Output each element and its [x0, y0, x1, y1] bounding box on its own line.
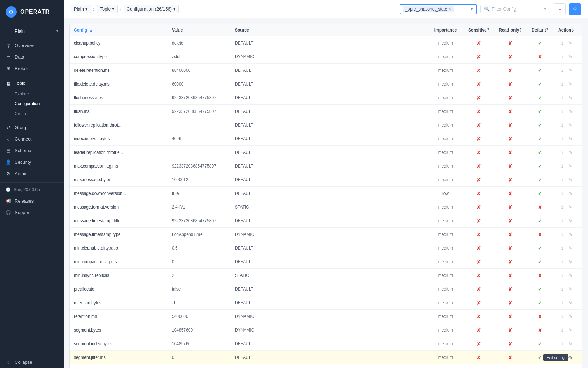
- cell-config: flush.messages: [70, 91, 168, 105]
- col-sensitive: Sensitive?: [463, 24, 495, 36]
- info-btn[interactable]: ℹ: [558, 94, 566, 102]
- edit-btn[interactable]: ✎: [567, 135, 574, 143]
- info-btn[interactable]: ℹ: [558, 340, 566, 348]
- edit-btn[interactable]: ✎: [567, 258, 574, 266]
- filter-tag-remove[interactable]: ✕: [448, 7, 451, 11]
- edit-btn[interactable]: ✎: [567, 231, 574, 238]
- info-btn[interactable]: ℹ: [558, 162, 566, 170]
- info-btn[interactable]: ℹ: [558, 244, 566, 252]
- sidebar-item-connect[interactable]: ⬦ Connect: [0, 133, 64, 145]
- check-yes-icon: ✔: [538, 191, 542, 196]
- info-btn[interactable]: ℹ: [558, 176, 566, 184]
- sidebar-item-security[interactable]: 👤 Security: [0, 156, 64, 168]
- info-btn[interactable]: ℹ: [558, 67, 566, 74]
- info-btn[interactable]: ℹ: [558, 135, 566, 143]
- table-row: segment.bytes 104857600 DYNAMIC medium ✘…: [70, 323, 582, 337]
- table-row: segment.index.bytes 10485760 DEFAULT med…: [70, 337, 582, 351]
- sidebar-item-support[interactable]: 🎧 Support: [0, 207, 64, 218]
- cell-value: 9223372036854775807: [168, 159, 231, 173]
- filter-tag-dropdown[interactable]: ▾: [471, 6, 473, 12]
- sidebar-item-plain[interactable]: ≡ Plain ▾: [0, 25, 64, 37]
- check-no-icon: ✘: [477, 177, 481, 183]
- info-btn[interactable]: ℹ: [558, 258, 566, 266]
- edit-btn[interactable]: ✎: [567, 176, 574, 184]
- edit-btn[interactable]: ✎: [567, 244, 574, 252]
- edit-btn[interactable]: ✎: [567, 285, 574, 293]
- info-btn[interactable]: ℹ: [558, 39, 566, 47]
- edit-btn[interactable]: ✎: [567, 80, 574, 88]
- sidebar-item-topic[interactable]: ▦ Topic: [0, 77, 64, 89]
- info-btn[interactable]: ℹ: [558, 272, 566, 279]
- edit-btn[interactable]: ✎: [567, 203, 574, 211]
- edit-btn[interactable]: ✎: [567, 190, 574, 197]
- info-btn[interactable]: ℹ: [558, 285, 566, 293]
- info-btn[interactable]: ℹ: [558, 203, 566, 211]
- info-btn[interactable]: ℹ: [558, 80, 566, 88]
- filter-config-dropdown[interactable]: ▾: [544, 6, 546, 12]
- cell-importance: medium: [428, 310, 463, 323]
- time-display: Sun, 20:03:05: [14, 187, 40, 192]
- cell-actions: ℹ ✎: [554, 255, 582, 269]
- cell-sensitive: ✘: [463, 36, 495, 50]
- check-yes-icon: ✔: [538, 150, 542, 155]
- info-btn[interactable]: ℹ: [558, 299, 566, 307]
- topbar-settings-btn[interactable]: ⚙: [569, 3, 581, 15]
- info-btn[interactable]: ℹ: [558, 53, 566, 61]
- check-yes-icon: ✔: [538, 218, 542, 224]
- info-btn[interactable]: ℹ: [558, 149, 566, 156]
- edit-btn[interactable]: ✎: [567, 340, 574, 348]
- sidebar-sub-explore[interactable]: Explore: [0, 89, 64, 99]
- breadcrumb-topic[interactable]: Topic ▾: [97, 5, 118, 13]
- edit-btn[interactable]: ✎: [567, 272, 574, 279]
- info-btn[interactable]: ℹ: [558, 217, 566, 225]
- cell-importance: medium: [428, 269, 463, 282]
- sidebar-item-data[interactable]: ▭ Data: [0, 51, 64, 63]
- edit-btn[interactable]: ✎: [567, 299, 574, 307]
- edit-btn[interactable]: ✎: [567, 313, 574, 320]
- sidebar-sub-create[interactable]: Create: [0, 109, 64, 118]
- sidebar-item-admin[interactable]: ⚙ Admin: [0, 168, 64, 179]
- edit-btn[interactable]: ✎: [567, 162, 574, 170]
- table-row: min.cleanable.dirty.ratio 0.5 DEFAULT me…: [70, 241, 582, 255]
- info-btn[interactable]: ℹ: [558, 326, 566, 334]
- edit-btn[interactable]: ✎: [567, 53, 574, 61]
- sidebar-collapse-btn[interactable]: ◁ Collapse: [0, 356, 64, 368]
- breadcrumb-config[interactable]: Configuration (26/156) ▾: [124, 5, 179, 13]
- edit-btn[interactable]: ✎: [567, 149, 574, 156]
- filter-config-box[interactable]: 🔍 Filter Config ▾: [480, 5, 550, 13]
- topbar-menu-btn[interactable]: ≡: [554, 3, 566, 15]
- sidebar-item-group[interactable]: ⇄ Group: [0, 122, 64, 133]
- app-logo[interactable]: ⚙ OPERATR: [0, 0, 64, 24]
- edit-btn[interactable]: ✎: [567, 39, 574, 47]
- cell-source: DEFAULT: [231, 255, 428, 269]
- check-no-icon: ✘: [477, 300, 481, 306]
- sidebar-item-broker[interactable]: ⊞ Broker: [0, 63, 64, 74]
- info-btn[interactable]: ℹ: [558, 108, 566, 115]
- actions-cell: ℹ ✎: [558, 53, 578, 61]
- cell-importance: medium: [428, 282, 463, 296]
- info-btn[interactable]: ℹ: [558, 231, 566, 238]
- cell-source: DYNAMIC: [231, 228, 428, 241]
- info-btn[interactable]: ℹ: [558, 190, 566, 197]
- sidebar-main-nav: ◎ Overview ▭ Data ⊞ Broker ▦ Topic Explo…: [0, 38, 64, 181]
- edit-btn[interactable]: ✎: [567, 67, 574, 74]
- edit-btn[interactable]: ✎: [567, 108, 574, 115]
- edit-btn[interactable]: ✎: [567, 121, 574, 129]
- breadcrumb-plain[interactable]: Plain ▾: [71, 5, 91, 13]
- edit-btn[interactable]: ✎: [567, 217, 574, 225]
- info-btn[interactable]: ℹ: [558, 121, 566, 129]
- edit-btn[interactable]: ✎: [567, 326, 574, 334]
- filter-tag-box[interactable]: _oprtr_snapshot_state ✕ ▾: [400, 4, 477, 14]
- sidebar-sub-configuration[interactable]: Configuration: [0, 99, 64, 109]
- cell-default: ✔: [526, 337, 554, 351]
- sidebar-item-schema[interactable]: ▤ Schema: [0, 145, 64, 156]
- breadcrumb-sep-1: ›: [93, 6, 95, 12]
- check-no-icon: ✘: [538, 273, 542, 278]
- info-btn[interactable]: ℹ: [558, 313, 566, 320]
- check-yes-icon: ✔: [538, 40, 542, 46]
- sidebar-item-releases[interactable]: 📢 Releases: [0, 195, 64, 207]
- sidebar-releases-label: Releases: [15, 198, 34, 204]
- sidebar-item-overview[interactable]: ◎ Overview: [0, 40, 64, 51]
- releases-icon: 📢: [6, 198, 11, 204]
- edit-btn[interactable]: ✎: [567, 94, 574, 102]
